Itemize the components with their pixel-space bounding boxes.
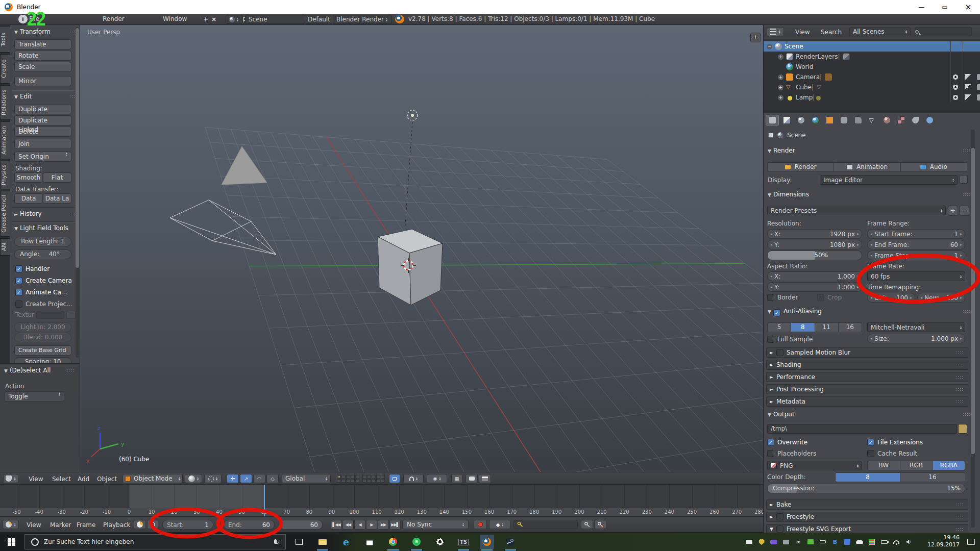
smooth-button[interactable]: Smooth bbox=[14, 172, 43, 183]
angle-field[interactable]: Angle:40° bbox=[14, 249, 71, 259]
end-frame-field[interactable]: End:60 bbox=[224, 520, 275, 530]
placeholders-checkbox[interactable]: Placeholders bbox=[767, 449, 816, 458]
color-depth-8[interactable]: 8 bbox=[835, 472, 900, 482]
expander-icon[interactable]: + bbox=[778, 95, 783, 101]
panel-freestyle-svg-export[interactable]: ▼Freestyle SVG Export:::: bbox=[766, 524, 968, 533]
taskbar-chrome[interactable] bbox=[386, 535, 400, 549]
set-origin-dropdown[interactable]: Set Origin▴▾ bbox=[14, 152, 71, 162]
layer-cell[interactable] bbox=[341, 479, 346, 483]
tray-intel-icon[interactable] bbox=[843, 538, 851, 546]
editor-type-select[interactable]: ▴▾ bbox=[3, 474, 18, 483]
tray-gamepad-icon[interactable] bbox=[770, 538, 778, 546]
tray-nvidia-icon[interactable] bbox=[806, 538, 815, 546]
layers-grid-1[interactable] bbox=[337, 475, 359, 483]
minimize-button[interactable]: — bbox=[910, 0, 933, 14]
preset-add-button[interactable]: + bbox=[948, 206, 958, 216]
aspect-y-field[interactable]: Y:1.000 bbox=[767, 282, 862, 292]
microphone-icon[interactable] bbox=[274, 538, 279, 545]
selectability-cursor-icon[interactable] bbox=[965, 94, 971, 101]
properties-tab-texture[interactable] bbox=[894, 115, 908, 126]
expander-icon[interactable]: + bbox=[778, 85, 783, 90]
properties-tab-object[interactable] bbox=[823, 115, 836, 126]
panel-bake[interactable]: ►Bake:::: bbox=[766, 499, 968, 510]
lock-to-scene-toggle[interactable] bbox=[389, 474, 400, 483]
layer-cell[interactable] bbox=[341, 475, 346, 479]
scene-selector-icon[interactable]: ▴▾ bbox=[226, 15, 243, 24]
prev-keyframe-button[interactable]: ◀◀ bbox=[342, 520, 354, 530]
layer-cell[interactable] bbox=[351, 475, 355, 479]
channels-rgba[interactable]: RGBA bbox=[933, 461, 965, 470]
taskbar-search[interactable]: Zur Suche Text hier eingeben bbox=[24, 534, 286, 549]
flat-button[interactable]: Flat bbox=[43, 172, 71, 183]
renderability-camera-icon[interactable] bbox=[977, 94, 980, 101]
spacing-field[interactable]: Spacing: 10 bbox=[14, 357, 71, 363]
proportional-edit-dropdown[interactable]: ◉▴▾ bbox=[427, 474, 447, 483]
visibility-eye-icon[interactable] bbox=[952, 84, 959, 90]
mirror-button[interactable]: Mirror bbox=[14, 76, 71, 86]
timeline-ruler[interactable]: -50-40-30-20-100102030405060708090100110… bbox=[0, 508, 763, 516]
tray-battery-icon[interactable] bbox=[880, 538, 888, 546]
scene-name-select[interactable]: Scene bbox=[245, 15, 305, 24]
join-button[interactable]: Join bbox=[14, 139, 71, 149]
aa-samples-16[interactable]: 16 bbox=[839, 322, 862, 332]
layer-cell[interactable] bbox=[367, 479, 371, 483]
tray-creative-cloud-icon[interactable]: ∞ bbox=[794, 538, 802, 546]
aa-filter-dropdown[interactable]: Mitchell-Netravali▴▾ bbox=[867, 322, 965, 332]
viewport-shading-dropdown[interactable]: ▴▾ bbox=[185, 474, 202, 483]
toolshelf-tab-physics[interactable]: Physics bbox=[0, 161, 10, 189]
layout-add-remove[interactable]: +× bbox=[203, 15, 216, 24]
vp-menu-view[interactable]: View bbox=[29, 475, 43, 483]
tl-menu-playback[interactable]: Playback bbox=[103, 521, 131, 529]
mode-dropdown[interactable]: Object Mode▴▾ bbox=[122, 474, 183, 483]
layer-cell[interactable] bbox=[337, 475, 341, 479]
panel-edit-header[interactable]: ▼Edit :::: bbox=[14, 93, 32, 100]
layer-cell[interactable] bbox=[362, 475, 366, 479]
panel-metadata[interactable]: ►Metadata:::: bbox=[766, 396, 968, 407]
audio-button[interactable]: Audio bbox=[901, 162, 967, 172]
opengl-render-anim-button[interactable] bbox=[479, 474, 491, 483]
data-la-button[interactable]: Data La bbox=[43, 193, 71, 204]
tray-volume-icon[interactable]: ) bbox=[904, 538, 913, 546]
data-button[interactable]: Data bbox=[14, 193, 43, 204]
tray-onedrive-icon[interactable] bbox=[855, 538, 864, 546]
start-button[interactable] bbox=[4, 535, 18, 549]
layer-cell[interactable] bbox=[355, 475, 359, 479]
outliner-menu-view[interactable]: View bbox=[795, 29, 810, 36]
outliner-item-scene[interactable]: −Scene bbox=[764, 41, 980, 52]
outliner-item-lamp[interactable]: +Lamp | bbox=[764, 92, 980, 103]
tray-capture-icon[interactable] bbox=[782, 538, 790, 546]
row-length-field[interactable]: Row Length: 1 bbox=[14, 237, 71, 246]
taskbar-file-explorer[interactable] bbox=[315, 535, 330, 549]
display-dropdown[interactable]: Image Editor▴▾ bbox=[820, 175, 958, 185]
expander-icon[interactable]: − bbox=[767, 44, 772, 49]
lock-interface-icon[interactable] bbox=[960, 175, 968, 184]
toolshelf-tab-grease-pencil[interactable]: Grease Pencil bbox=[0, 191, 10, 237]
layer-cell[interactable] bbox=[372, 475, 376, 479]
folder-icon[interactable] bbox=[958, 424, 967, 434]
toolshelf-scrollbar[interactable] bbox=[76, 27, 79, 358]
viewport-3d[interactable]: z y x User Persp (60) Cube + bbox=[80, 25, 763, 472]
tray-wifi-icon[interactable] bbox=[892, 538, 900, 546]
aa-samples-11[interactable]: 11 bbox=[815, 322, 839, 332]
preset-remove-button[interactable]: − bbox=[959, 206, 969, 216]
aa-samples-8[interactable]: 8 bbox=[791, 322, 815, 332]
next-keyframe-button[interactable]: ▶▶ bbox=[378, 520, 389, 530]
properties-tab-world[interactable] bbox=[808, 115, 822, 126]
output-path-field[interactable]: /tmp\ bbox=[767, 424, 957, 434]
show-seconds-toggle[interactable] bbox=[134, 520, 146, 529]
panel-light-field-tools-header[interactable]: ▼Light Field Tools bbox=[14, 224, 68, 232]
snap-element-button[interactable]: ▦ bbox=[451, 474, 462, 483]
animation-button[interactable]: Animation bbox=[834, 162, 900, 172]
create-camera-checkbox[interactable]: ✓Create Camera bbox=[15, 274, 76, 286]
properties-tab-render[interactable] bbox=[766, 115, 779, 126]
properties-tab-particles[interactable] bbox=[909, 115, 922, 126]
channels-bw[interactable]: BW bbox=[867, 461, 900, 470]
taskbar-settings[interactable] bbox=[433, 535, 447, 549]
rotate-button[interactable]: Rotate bbox=[14, 51, 71, 61]
lock-frame-toggle[interactable] bbox=[147, 520, 158, 529]
overwrite-checkbox[interactable]: ✓Overwrite bbox=[767, 438, 807, 447]
panel-dimensions-header[interactable]: ▼Dimensions:::: bbox=[768, 191, 809, 198]
action-dropdown[interactable]: Toggle▴▾ bbox=[4, 391, 64, 402]
display-mode-dropdown[interactable]: All Scenes▴▾ bbox=[849, 27, 911, 36]
panel-history-header[interactable]: ►History :::: bbox=[14, 210, 42, 217]
